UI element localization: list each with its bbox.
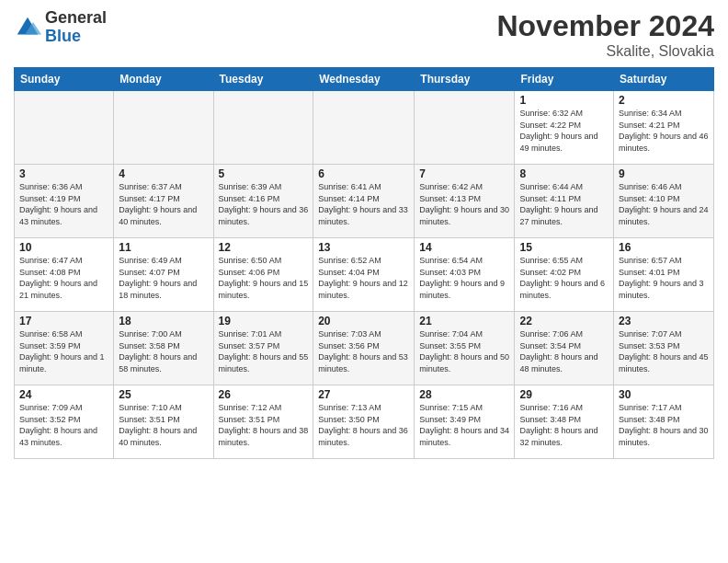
table-row: 25Sunrise: 7:10 AMSunset: 3:51 PMDayligh…	[114, 385, 213, 459]
table-row: 15Sunrise: 6:55 AMSunset: 4:02 PMDayligh…	[515, 238, 614, 312]
table-row: 2Sunrise: 6:34 AMSunset: 4:21 PMDaylight…	[614, 91, 714, 165]
table-row	[114, 91, 213, 165]
calendar-week-4: 17Sunrise: 6:58 AMSunset: 3:59 PMDayligh…	[15, 312, 714, 385]
calendar-week-5: 24Sunrise: 7:09 AMSunset: 3:52 PMDayligh…	[15, 385, 714, 459]
col-wednesday: Wednesday	[313, 68, 415, 91]
table-row: 1Sunrise: 6:32 AMSunset: 4:22 PMDaylight…	[515, 91, 614, 165]
day-info: Sunrise: 6:37 AMSunset: 4:17 PMDaylight:…	[119, 181, 208, 227]
logo: General Blue	[14, 9, 107, 46]
table-row: 16Sunrise: 6:57 AMSunset: 4:01 PMDayligh…	[614, 238, 714, 312]
day-info: Sunrise: 7:16 AMSunset: 3:48 PMDaylight:…	[519, 402, 609, 448]
day-info: Sunrise: 7:06 AMSunset: 3:54 PMDaylight:…	[519, 328, 609, 374]
day-info: Sunrise: 7:12 AMSunset: 3:51 PMDaylight:…	[219, 402, 309, 448]
table-row: 28Sunrise: 7:15 AMSunset: 3:49 PMDayligh…	[415, 385, 515, 459]
day-number: 1	[519, 94, 609, 107]
table-row: 4Sunrise: 6:37 AMSunset: 4:17 PMDaylight…	[114, 165, 213, 238]
day-number: 3	[19, 167, 108, 180]
table-row: 3Sunrise: 6:36 AMSunset: 4:19 PMDaylight…	[15, 165, 114, 238]
day-number: 7	[419, 167, 509, 180]
day-number: 10	[19, 241, 108, 254]
table-row: 24Sunrise: 7:09 AMSunset: 3:52 PMDayligh…	[15, 385, 114, 459]
page: General Blue November 2024 Skalite, Slov…	[0, 0, 728, 563]
day-info: Sunrise: 6:36 AMSunset: 4:19 PMDaylight:…	[19, 181, 108, 227]
day-info: Sunrise: 6:47 AMSunset: 4:08 PMDaylight:…	[19, 255, 108, 301]
day-info: Sunrise: 7:17 AMSunset: 3:48 PMDaylight:…	[619, 402, 709, 448]
day-info: Sunrise: 6:46 AMSunset: 4:10 PMDaylight:…	[619, 181, 709, 227]
col-tuesday: Tuesday	[213, 68, 313, 91]
day-number: 11	[119, 241, 208, 254]
calendar-week-3: 10Sunrise: 6:47 AMSunset: 4:08 PMDayligh…	[15, 238, 714, 312]
day-number: 22	[519, 315, 609, 327]
table-row	[15, 91, 114, 165]
table-row: 20Sunrise: 7:03 AMSunset: 3:56 PMDayligh…	[313, 312, 415, 385]
table-row: 5Sunrise: 6:39 AMSunset: 4:16 PMDaylight…	[213, 165, 313, 238]
day-info: Sunrise: 6:32 AMSunset: 4:22 PMDaylight:…	[519, 108, 609, 154]
day-number: 20	[318, 315, 409, 327]
day-number: 28	[419, 388, 509, 401]
day-number: 2	[619, 94, 709, 107]
col-thursday: Thursday	[415, 68, 515, 91]
day-number: 24	[19, 388, 108, 401]
header: General Blue November 2024 Skalite, Slov…	[14, 9, 714, 60]
table-row: 23Sunrise: 7:07 AMSunset: 3:53 PMDayligh…	[614, 312, 714, 385]
day-number: 14	[419, 241, 509, 254]
day-info: Sunrise: 7:07 AMSunset: 3:53 PMDaylight:…	[619, 328, 709, 374]
table-row: 8Sunrise: 6:44 AMSunset: 4:11 PMDaylight…	[515, 165, 614, 238]
month-title: November 2024	[496, 9, 714, 43]
day-number: 13	[318, 241, 409, 254]
day-number: 6	[318, 167, 409, 180]
day-info: Sunrise: 7:00 AMSunset: 3:58 PMDaylight:…	[119, 328, 208, 374]
title-area: November 2024 Skalite, Slovakia	[496, 9, 714, 60]
table-row: 18Sunrise: 7:00 AMSunset: 3:58 PMDayligh…	[114, 312, 213, 385]
logo-text: General Blue	[45, 9, 107, 46]
day-info: Sunrise: 6:41 AMSunset: 4:14 PMDaylight:…	[318, 181, 409, 227]
table-row: 26Sunrise: 7:12 AMSunset: 3:51 PMDayligh…	[213, 385, 313, 459]
table-row: 12Sunrise: 6:50 AMSunset: 4:06 PMDayligh…	[213, 238, 313, 312]
table-row: 14Sunrise: 6:54 AMSunset: 4:03 PMDayligh…	[415, 238, 515, 312]
day-info: Sunrise: 6:54 AMSunset: 4:03 PMDaylight:…	[419, 255, 509, 301]
table-row	[213, 91, 313, 165]
day-info: Sunrise: 6:39 AMSunset: 4:16 PMDaylight:…	[219, 181, 309, 227]
table-row: 6Sunrise: 6:41 AMSunset: 4:14 PMDaylight…	[313, 165, 415, 238]
day-number: 21	[419, 315, 509, 327]
logo-icon	[14, 14, 41, 41]
table-row: 29Sunrise: 7:16 AMSunset: 3:48 PMDayligh…	[515, 385, 614, 459]
table-row: 27Sunrise: 7:13 AMSunset: 3:50 PMDayligh…	[313, 385, 415, 459]
col-friday: Friday	[515, 68, 614, 91]
table-row: 13Sunrise: 6:52 AMSunset: 4:04 PMDayligh…	[313, 238, 415, 312]
day-number: 8	[519, 167, 609, 180]
day-info: Sunrise: 6:52 AMSunset: 4:04 PMDaylight:…	[318, 255, 409, 301]
day-number: 12	[219, 241, 309, 254]
day-number: 16	[619, 241, 709, 254]
table-row: 22Sunrise: 7:06 AMSunset: 3:54 PMDayligh…	[515, 312, 614, 385]
day-number: 15	[519, 241, 609, 254]
day-info: Sunrise: 6:42 AMSunset: 4:13 PMDaylight:…	[419, 181, 509, 227]
calendar-header-row: Sunday Monday Tuesday Wednesday Thursday…	[15, 68, 714, 91]
day-info: Sunrise: 7:03 AMSunset: 3:56 PMDaylight:…	[318, 328, 409, 374]
table-row: 10Sunrise: 6:47 AMSunset: 4:08 PMDayligh…	[15, 238, 114, 312]
calendar-week-1: 1Sunrise: 6:32 AMSunset: 4:22 PMDaylight…	[15, 91, 714, 165]
day-info: Sunrise: 6:50 AMSunset: 4:06 PMDaylight:…	[219, 255, 309, 301]
day-number: 29	[519, 388, 609, 401]
day-info: Sunrise: 7:15 AMSunset: 3:49 PMDaylight:…	[419, 402, 509, 448]
table-row: 9Sunrise: 6:46 AMSunset: 4:10 PMDaylight…	[614, 165, 714, 238]
day-number: 17	[19, 315, 108, 327]
calendar-table: Sunday Monday Tuesday Wednesday Thursday…	[14, 67, 714, 459]
table-row: 17Sunrise: 6:58 AMSunset: 3:59 PMDayligh…	[15, 312, 114, 385]
day-number: 27	[318, 388, 409, 401]
logo-blue: Blue	[45, 28, 107, 46]
day-number: 9	[619, 167, 709, 180]
table-row	[415, 91, 515, 165]
table-row: 21Sunrise: 7:04 AMSunset: 3:55 PMDayligh…	[415, 312, 515, 385]
calendar-week-2: 3Sunrise: 6:36 AMSunset: 4:19 PMDaylight…	[15, 165, 714, 238]
day-info: Sunrise: 7:10 AMSunset: 3:51 PMDaylight:…	[119, 402, 208, 448]
table-row: 19Sunrise: 7:01 AMSunset: 3:57 PMDayligh…	[213, 312, 313, 385]
table-row: 11Sunrise: 6:49 AMSunset: 4:07 PMDayligh…	[114, 238, 213, 312]
day-info: Sunrise: 6:57 AMSunset: 4:01 PMDaylight:…	[619, 255, 709, 301]
day-number: 26	[219, 388, 309, 401]
day-info: Sunrise: 6:58 AMSunset: 3:59 PMDaylight:…	[19, 328, 108, 374]
day-info: Sunrise: 7:13 AMSunset: 3:50 PMDaylight:…	[318, 402, 409, 448]
day-info: Sunrise: 7:04 AMSunset: 3:55 PMDaylight:…	[419, 328, 509, 374]
day-info: Sunrise: 6:34 AMSunset: 4:21 PMDaylight:…	[619, 108, 709, 154]
table-row: 7Sunrise: 6:42 AMSunset: 4:13 PMDaylight…	[415, 165, 515, 238]
